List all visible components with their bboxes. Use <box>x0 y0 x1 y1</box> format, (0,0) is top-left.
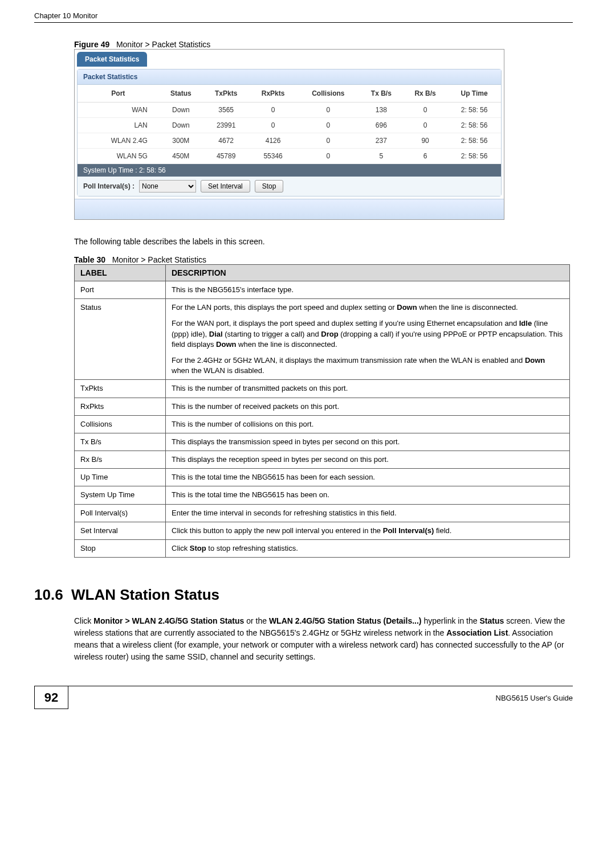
table-row: Tx B/sThis displays the transmission spe… <box>75 433 570 451</box>
col-port: Port <box>78 85 159 103</box>
table-cell: 55346 <box>249 149 297 164</box>
table-cell: 3565 <box>203 103 249 118</box>
desc-label-cell: Tx B/s <box>75 433 166 451</box>
panel-footer-strip <box>75 199 504 219</box>
table-row: Up TimeThis is the total time the NBG561… <box>75 469 570 486</box>
table-cell: 696 <box>360 118 403 133</box>
section-title: WLAN Station Status <box>71 586 219 603</box>
table-cell: 300M <box>159 133 203 149</box>
table-row: WLAN 2.4G300M467241260237902: 58: 56 <box>78 133 501 149</box>
figure-label: Figure 49 <box>74 40 109 49</box>
desc-label-cell: Up Time <box>75 469 166 486</box>
stat-table: Port Status TxPkts RxPkts Collisions Tx … <box>78 85 501 164</box>
col-txbs: Tx B/s <box>360 85 403 103</box>
table-row: Poll Interval(s)Enter the time interval … <box>75 504 570 522</box>
table-cell: 2: 58: 56 <box>447 149 501 164</box>
intro-text: The following table describes the labels… <box>74 237 573 246</box>
table-cell: 0 <box>249 118 297 133</box>
desc-text-cell: This is the NBG5615's interface type. <box>166 281 570 299</box>
table-row: PortThis is the NBG5615's interface type… <box>75 281 570 299</box>
desc-text-cell: For the LAN ports, this displays the por… <box>166 299 570 380</box>
col-uptime: Up Time <box>447 85 501 103</box>
table-label: Table 30 <box>74 255 105 264</box>
table-row: TxPktsThis is the number of transmitted … <box>75 380 570 398</box>
desc-text-cell: Click Stop to stop refreshing statistics… <box>166 540 570 558</box>
desc-text-cell: This displays the reception speed in byt… <box>166 451 570 469</box>
table-cell: 0 <box>403 118 447 133</box>
table-row: RxPktsThis is the number of received pac… <box>75 398 570 415</box>
table-cell: 138 <box>360 103 403 118</box>
desc-label-cell: Rx B/s <box>75 451 166 469</box>
table-row: WLAN 5G450M45789553460562: 58: 56 <box>78 149 501 164</box>
col-status: Status <box>159 85 203 103</box>
section-heading: 10.6 WLAN Station Status <box>34 586 573 604</box>
col-rxbs: Rx B/s <box>403 85 447 103</box>
desc-text-cell: This is the total time the NBG5615 has b… <box>166 486 570 504</box>
page-number: 92 <box>34 686 68 709</box>
table-cell: 0 <box>297 149 360 164</box>
desc-label-cell: Stop <box>75 540 166 558</box>
desc-label-cell: Poll Interval(s) <box>75 504 166 522</box>
desc-label-cell: Status <box>75 299 166 380</box>
desc-text-cell: This is the number of received packets o… <box>166 398 570 415</box>
table-cell: WLAN 2.4G <box>78 133 159 149</box>
table-cell: 450M <box>159 149 203 164</box>
col-txpkts: TxPkts <box>203 85 249 103</box>
desc-label-cell: Port <box>75 281 166 299</box>
poll-interval-select[interactable]: None <box>139 180 196 193</box>
system-uptime-row: System Up Time : 2: 58: 56 <box>78 164 501 177</box>
table-row: StatusFor the LAN ports, this displays t… <box>75 299 570 380</box>
figure-caption: Figure 49 Monitor > Packet Statistics <box>74 40 573 49</box>
table-row: WANDown35650013802: 58: 56 <box>78 103 501 118</box>
table-cell: 45789 <box>203 149 249 164</box>
stat-header-row: Port Status TxPkts RxPkts Collisions Tx … <box>78 85 501 103</box>
chapter-header: Chapter 10 Monitor <box>34 11 573 20</box>
set-interval-button[interactable]: Set Interval <box>201 180 250 193</box>
header-rule <box>34 22 573 23</box>
table-row: Set IntervalClick this button to apply t… <box>75 522 570 539</box>
table-cell: 23991 <box>203 118 249 133</box>
table-cell: 0 <box>297 118 360 133</box>
table-cell: 237 <box>360 133 403 149</box>
control-row: Poll Interval(s) : None Set Interval Sto… <box>78 177 501 196</box>
table-row: LANDown239910069602: 58: 56 <box>78 118 501 133</box>
page-footer: 92 NBG5615 User's Guide <box>34 686 573 709</box>
figure-title: Monitor > Packet Statistics <box>116 40 210 49</box>
table-cell: 2: 58: 56 <box>447 103 501 118</box>
table-caption: Table 30 Monitor > Packet Statistics <box>74 255 573 264</box>
table-row: Rx B/sThis displays the reception speed … <box>75 451 570 469</box>
desc-label-cell: System Up Time <box>75 486 166 504</box>
table-cell: 0 <box>249 103 297 118</box>
table-cell: 0 <box>297 103 360 118</box>
col-collisions: Collisions <box>297 85 360 103</box>
desc-head-label: LABEL <box>75 265 166 281</box>
poll-label: Poll Interval(s) : <box>83 182 135 190</box>
table-cell: 0 <box>403 103 447 118</box>
table-row: StopClick Stop to stop refreshing statis… <box>75 540 570 558</box>
table-row: CollisionsThis is the number of collisio… <box>75 415 570 433</box>
desc-text-cell: Click this button to apply the new poll … <box>166 522 570 539</box>
table-cell: Down <box>159 103 203 118</box>
table-cell: Down <box>159 118 203 133</box>
guide-name: NBG5615 User's Guide <box>496 694 573 702</box>
table-cell: LAN <box>78 118 159 133</box>
stop-button[interactable]: Stop <box>255 180 284 193</box>
tab-packet-statistics[interactable]: Packet Statistics <box>77 52 147 67</box>
table-cell: 0 <box>297 133 360 149</box>
table-cell: WAN <box>78 103 159 118</box>
packet-stats-screenshot: Packet Statistics Packet Statistics Port… <box>74 49 504 220</box>
table-title: Monitor > Packet Statistics <box>112 255 206 264</box>
desc-text-cell: Enter the time interval in seconds for r… <box>166 504 570 522</box>
table-cell: 4126 <box>249 133 297 149</box>
table-cell: 90 <box>403 133 447 149</box>
desc-label-cell: Set Interval <box>75 522 166 539</box>
table-cell: 6 <box>403 149 447 164</box>
table-cell: WLAN 5G <box>78 149 159 164</box>
table-cell: 2: 58: 56 <box>447 118 501 133</box>
table-cell: 2: 58: 56 <box>447 133 501 149</box>
desc-head-desc: DESCRIPTION <box>166 265 570 281</box>
desc-label-cell: RxPkts <box>75 398 166 415</box>
panel-packet-statistics: Packet Statistics Port Status TxPkts RxP… <box>77 69 502 196</box>
desc-text-cell: This is the number of transmitted packet… <box>166 380 570 398</box>
table-cell: 5 <box>360 149 403 164</box>
